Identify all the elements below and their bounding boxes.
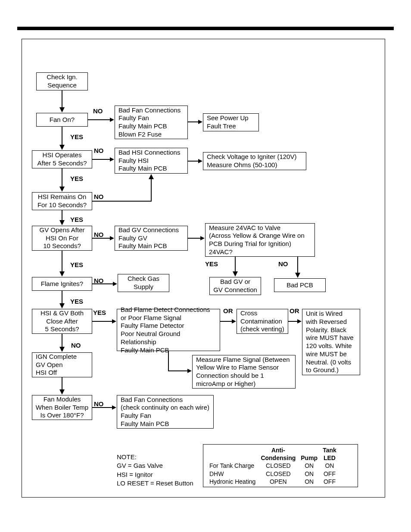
label-no: NO	[94, 231, 104, 238]
table-row: Hydronic Heating OPEN ON OFF	[207, 478, 339, 485]
cell: CLOSED	[258, 470, 298, 478]
box-check-ign: Check Ign.Sequence	[36, 72, 88, 90]
label-or: OR	[223, 307, 233, 314]
cell: Hydronic Heating	[207, 478, 258, 485]
box-bad-fan2: Bad Fan Connections(check continuity on …	[117, 395, 214, 429]
state-table: Anti-Condensing Pump TankLED For Tank Ch…	[203, 444, 358, 487]
label-yes: YES	[70, 261, 83, 268]
cell: OPEN	[258, 478, 298, 485]
label-yes: YES	[70, 133, 83, 140]
label-no: NO	[94, 400, 104, 408]
box-check-voltage: Check Voltage to Igniter (120V)Measure O…	[203, 152, 306, 170]
box-bad-flame-detect: Bad Flame Detect Connectionsor Poor Flam…	[117, 309, 220, 351]
cell: OFF	[320, 478, 339, 485]
box-hsi-gv-close: HSI & GV BothClose After5 Seconds?	[32, 309, 92, 334]
label-or: OR	[290, 307, 299, 314]
diagram-frame: Check Ign.Sequence Fan On? Bad Fan Conne…	[22, 39, 385, 498]
cell: ON	[298, 478, 320, 485]
box-measure-24v: Measure 24VAC to Valve(Across Yellow & O…	[205, 223, 315, 257]
box-flame-ignites: Flame Ignites?	[32, 277, 92, 291]
label-yes: YES	[70, 175, 83, 182]
cell: DHW	[207, 470, 258, 478]
cell: CLOSED	[258, 462, 298, 470]
note-legend: NOTE:GV = Gas ValveHSI = IgnitorLO RESET…	[117, 453, 193, 488]
box-fan-modules: Fan ModulesWhen Boiler TempIs Over 180°F…	[32, 395, 92, 420]
box-unit-wired: Unit is Wiredwith ReversedPolarity. Blac…	[302, 309, 360, 375]
arrows-svg	[22, 39, 386, 498]
label-yes: YES	[93, 309, 106, 316]
label-no: NO	[93, 107, 103, 115]
page: Check Ign.Sequence Fan On? Bad Fan Conne…	[0, 0, 411, 532]
box-bad-pcb: Bad PCB	[274, 278, 326, 292]
box-cross-contam: CrossContamination(check venting)	[237, 309, 288, 334]
state-col-pump: Pump	[298, 446, 320, 462]
state-col-blank	[207, 446, 258, 462]
box-measure-flame: Measure Flame Signal (BetweenYellow Wire…	[192, 355, 296, 389]
label-no: NO	[278, 260, 288, 268]
state-col-anticond: Anti-Condensing	[258, 446, 298, 462]
table-row: DHW CLOSED ON OFF	[207, 470, 339, 478]
cell: ON	[298, 462, 320, 470]
box-bad-gv-or: Bad GV orGV Connection	[209, 277, 261, 295]
label-no: NO	[94, 193, 104, 200]
cell: For Tank Charge	[207, 462, 258, 470]
box-bad-gv: Bad GV ConnectionsFaulty GVFaulty Main P…	[115, 226, 188, 251]
box-see-powerup: See Power UpFault Tree	[203, 113, 259, 131]
box-hsi-operates: HSI OperatesAfter 5 Seconds?	[32, 150, 92, 168]
box-bad-fan: Bad Fan ConnectionsFaulty FanFaulty Main…	[115, 106, 188, 139]
label-no: NO	[94, 147, 104, 154]
header-rule	[17, 27, 394, 30]
state-table-inner: Anti-Condensing Pump TankLED For Tank Ch…	[207, 446, 339, 485]
box-bad-hsi: Bad HSI ConnectionsFaulty HSIFaulty Main…	[115, 148, 188, 174]
cell: ON	[298, 470, 320, 478]
box-ign-complete: IGN CompleteGV OpenHSI Off	[32, 352, 92, 377]
table-row: For Tank Charge CLOSED ON ON	[207, 462, 339, 470]
label-yes: YES	[70, 216, 83, 223]
state-col-tankled: TankLED	[320, 446, 339, 462]
box-check-gas: Check GasSupply	[118, 274, 169, 292]
box-gv-opens: GV Opens AfterHSI On For10 Seconds?	[32, 226, 92, 251]
cell: OFF	[320, 470, 339, 478]
cell: ON	[320, 462, 339, 470]
box-hsi-remains: HSI Remains OnFor 10 Seconds?	[32, 192, 92, 210]
label-yes: YES	[205, 260, 218, 268]
label-no: NO	[94, 277, 104, 284]
label-yes: YES	[70, 298, 83, 305]
label-no: NO	[71, 342, 81, 349]
box-fan-on: Fan On?	[36, 113, 88, 127]
